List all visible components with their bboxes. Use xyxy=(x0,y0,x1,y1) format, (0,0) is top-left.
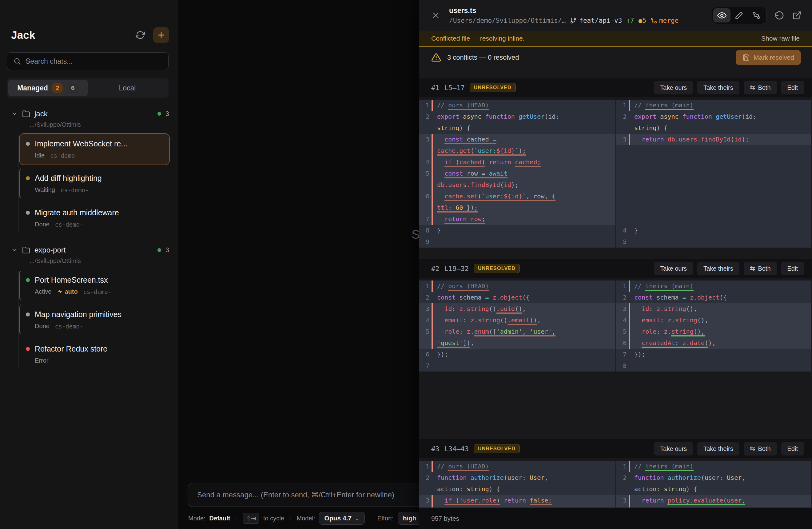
diff-mode-button[interactable] xyxy=(748,8,765,23)
message-input-placeholder: Send a message... (Enter to send, ⌘/Ctrl… xyxy=(197,490,394,499)
open-external-button[interactable] xyxy=(792,11,801,20)
line-number: 3 xyxy=(419,303,430,314)
code-text: cache.get(`user:${id}`); xyxy=(433,145,526,157)
code-line: string) { xyxy=(616,122,811,134)
line-number xyxy=(616,145,626,157)
mode-label: Mode: xyxy=(188,515,205,522)
edit-button[interactable]: Edit xyxy=(781,442,804,455)
status-dot xyxy=(26,176,30,180)
chat-area: S Send a message... (Enter to send, ⌘/Ct… xyxy=(178,0,419,529)
chat-session-item[interactable]: Refactor Redux storeError xyxy=(19,338,170,370)
code-line: 3 return db.users.findById(id); xyxy=(616,134,811,145)
code-line: db.users.findById(id); xyxy=(419,179,615,191)
line-number: 9 xyxy=(419,236,430,248)
take-ours-button[interactable]: Take ours xyxy=(654,262,693,275)
code-text: createdAt: z.date(), xyxy=(630,337,716,349)
code-text xyxy=(630,168,634,179)
git-compare-icon xyxy=(752,11,760,20)
chat-session-item[interactable]: Map navigation primitivesDonecs-demo- xyxy=(19,304,170,336)
conflict-section: #1L5–17UNRESOLVEDTake oursTake theirs⇆Bo… xyxy=(419,78,812,248)
code-text: return db.users.findById(id); xyxy=(630,134,749,145)
tab-local[interactable]: Local xyxy=(88,80,167,96)
code-text: // theirs (main) xyxy=(630,100,694,111)
effort-selector[interactable]: high xyxy=(398,512,419,525)
conflict-header: #2L19–32UNRESOLVEDTake oursTake theirs⇆B… xyxy=(419,259,812,278)
take-theirs-button[interactable]: Take theirs xyxy=(697,442,739,455)
close-icon xyxy=(432,11,440,19)
conflict-line-range: L5–17 xyxy=(445,84,465,92)
refresh-button[interactable] xyxy=(133,28,147,42)
message-input[interactable]: Send a message... (Enter to send, ⌘/Ctrl… xyxy=(188,483,419,507)
conflict-list: #1L5–17UNRESOLVEDTake oursTake theirs⇆Bo… xyxy=(419,78,812,518)
line-number: 1 xyxy=(616,100,626,111)
code-text: return policy.evaluate(user, xyxy=(630,495,745,506)
line-number: 3 xyxy=(616,303,626,314)
code-line: 1// theirs (main) xyxy=(616,461,811,472)
branch-name: feat/api-v3 xyxy=(579,17,622,24)
git-branch-icon xyxy=(570,17,577,24)
show-raw-file-button[interactable]: Show raw file xyxy=(761,35,800,42)
edit-button[interactable]: Edit xyxy=(781,81,804,94)
take-theirs-button[interactable]: Take theirs xyxy=(697,81,739,94)
conflict-id: #1 xyxy=(431,84,439,92)
edit-mode-button[interactable] xyxy=(730,8,748,23)
status-dot xyxy=(26,142,30,146)
model-value: Opus 4.7 xyxy=(324,515,351,522)
search-placeholder: Search chats... xyxy=(26,57,73,65)
reload-file-button[interactable] xyxy=(774,11,784,20)
session-status: Done xyxy=(35,323,49,330)
chat-session-item[interactable]: Implement WebSocket re...Idlecs-demo- xyxy=(19,133,170,165)
line-number: 7 xyxy=(419,360,430,371)
mark-resolved-button[interactable]: Mark resolved xyxy=(736,50,801,65)
line-number: 6 xyxy=(616,337,626,349)
code-text: // theirs (main) xyxy=(630,280,694,292)
session-title: Map navigation primitives xyxy=(35,310,121,319)
auto-mode-indicator: auto xyxy=(57,288,77,295)
line-number: 1 xyxy=(419,100,430,111)
code-line: 2export async function getUser(id: xyxy=(419,111,615,122)
status-dot xyxy=(26,278,30,282)
take-ours-button[interactable]: Take ours xyxy=(654,442,693,455)
effort-label: Effort: xyxy=(377,515,394,522)
edit-button[interactable]: Edit xyxy=(781,262,804,275)
chat-session-item[interactable]: Port HomeScreen.tsxActiveautocs-demo- xyxy=(19,269,170,302)
conflict-diff: 1// ours (HEAD)2const schema = z.object(… xyxy=(419,280,812,371)
model-selector[interactable]: Opus 4.7 ⌄ xyxy=(319,512,365,525)
code-line: 8 xyxy=(616,360,811,371)
activity-dot xyxy=(158,112,161,116)
project-activity: 3 xyxy=(158,110,169,118)
preview-mode-button[interactable] xyxy=(713,8,730,23)
button-label: Take theirs xyxy=(704,265,733,272)
both-button[interactable]: ⇆Both xyxy=(744,262,777,275)
code-line: 4 email: z.string().email(), xyxy=(419,314,615,326)
warning-icon xyxy=(431,53,441,62)
code-text: export async function getUser(id: xyxy=(433,111,559,122)
code-text: }); xyxy=(630,349,645,360)
tab-managed[interactable]: Managed 2 6 xyxy=(8,80,88,96)
conflict-diff: 1// ours (HEAD)2export async function ge… xyxy=(419,100,812,248)
tab-local-label: Local xyxy=(119,84,136,92)
chat-session-item[interactable]: Migrate auth middlewareDonecs-demo- xyxy=(19,202,170,234)
session-branch: cs-demo- xyxy=(55,323,83,330)
both-button[interactable]: ⇆Both xyxy=(744,442,777,455)
code-text: } xyxy=(433,225,441,236)
code-line: 1// ours (HEAD) xyxy=(419,280,615,292)
project-group-header[interactable]: expo-port3 xyxy=(0,243,178,257)
mark-resolved-label: Mark resolved xyxy=(754,54,794,61)
chevron-down-icon: ⌄ xyxy=(354,515,360,522)
close-button[interactable] xyxy=(432,11,440,19)
line-number xyxy=(616,157,626,168)
take-theirs-button[interactable]: Take theirs xyxy=(697,262,739,275)
swap-arrows-icon: ⇆ xyxy=(750,445,755,452)
session-branch: cs-demo- xyxy=(83,289,112,295)
project-group-header[interactable]: jack3 xyxy=(0,107,178,120)
new-chat-button[interactable] xyxy=(153,27,169,43)
search-input[interactable]: Search chats... xyxy=(7,52,169,70)
chat-session-item[interactable]: Add diff highlightingWaitingcs-demo- xyxy=(19,167,170,200)
separator-dot: · xyxy=(289,515,292,522)
code-text xyxy=(630,157,634,168)
both-button[interactable]: ⇆Both xyxy=(744,81,777,94)
code-line: 3 id: z.string().uuid(), xyxy=(419,303,615,314)
take-ours-button[interactable]: Take ours xyxy=(654,81,693,94)
line-number: 5 xyxy=(616,326,626,337)
